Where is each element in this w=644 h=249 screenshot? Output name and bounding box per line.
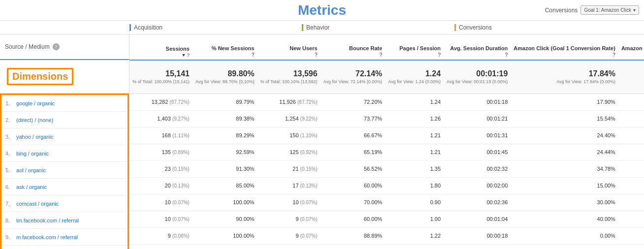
data-cell-3-7: 33 (1.22%) xyxy=(618,144,644,160)
data-cell-1-1: 89.38% xyxy=(193,110,258,127)
col-header-completions[interactable]: Amazon Click (Goal 1 Completions) ? xyxy=(618,34,644,60)
data-cell-9-0: 7 (0.05%) xyxy=(129,244,193,249)
data-cell-0-2: 11,926 (87.72%) xyxy=(258,93,321,110)
data-cell-4-1: 91.30% xyxy=(193,160,258,177)
data-cell-7-1: 90.00% xyxy=(193,211,258,227)
source-link-6[interactable]: ask / organic xyxy=(16,184,47,190)
data-cell-9-7: 0 (0.00%) xyxy=(618,244,644,249)
left-panel: Source / Medium ? Dimensions 1. google /… xyxy=(0,34,129,249)
table-header-row: Sessions ▼ ? % New Sessions ? New Users xyxy=(129,34,644,60)
table-row: 7 (0.05%)100.00%7 (0.05%)85.71%1.1400:00… xyxy=(129,244,644,249)
totals-cell-3: 72.14%Avg for View: 72.14% (0.00%) xyxy=(321,60,386,93)
col-header-pct-new[interactable]: % New Sessions ? xyxy=(193,34,258,60)
totals-row: 15,141% of Total: 100.00% (15,141)89.80%… xyxy=(129,60,644,93)
data-cell-0-4: 1.24 xyxy=(385,93,444,110)
data-cell-7-3: 60.00% xyxy=(321,211,386,227)
source-link-5[interactable]: aol / organic xyxy=(16,167,46,173)
totals-cell-7: 2,701% of Total: 100.00% (2,701) xyxy=(618,60,644,93)
data-cell-3-5: 00:01:45 xyxy=(444,144,511,160)
col-header-bounce[interactable]: Bounce Rate ? xyxy=(321,34,386,60)
data-cell-9-4: 1.14 xyxy=(385,244,444,249)
data-cell-4-0: 23 (0.15%) xyxy=(129,160,193,177)
data-cell-4-6: 34.78% xyxy=(511,160,618,177)
data-cell-6-7: 3 (0.11%) xyxy=(618,194,644,211)
row-num: 2. xyxy=(5,117,16,123)
left-totals-row: Dimensions xyxy=(0,60,129,93)
data-cell-1-5: 00:01:21 xyxy=(444,110,511,127)
pct-new-help-icon: ? xyxy=(252,52,255,58)
left-panel-header: Source / Medium ? xyxy=(0,34,129,60)
source-link-7[interactable]: comcast / organic xyxy=(16,201,59,207)
source-link-4[interactable]: bing / organic xyxy=(16,151,49,156)
data-cell-0-1: 89.79% xyxy=(193,93,258,110)
data-cell-5-6: 15.00% xyxy=(511,177,618,194)
data-cell-1-0: 1,403 (9.27%) xyxy=(129,110,193,127)
data-cell-5-1: 85.00% xyxy=(193,177,258,194)
data-cell-3-3: 65.19% xyxy=(321,144,386,160)
source-link-3[interactable]: yahoo / organic xyxy=(16,134,53,140)
sort-arrow-icon: ▼ ? xyxy=(182,53,190,58)
data-cell-2-5: 00:01:31 xyxy=(444,127,511,144)
left-row-10: 10. facebook.com / referral xyxy=(1,246,128,249)
data-cell-7-4: 1.00 xyxy=(385,211,444,227)
conv-rate-help-icon: ? xyxy=(612,52,615,58)
table-row: 13,282 (87.72%)89.79%11,926 (87.72%)72.2… xyxy=(129,93,644,110)
source-link-9[interactable]: m.facebook.com / referral xyxy=(16,234,78,240)
data-cell-5-3: 60.00% xyxy=(321,177,386,194)
data-cell-2-3: 66.67% xyxy=(321,127,386,144)
section-headers: Acquisition Behavior Conversions xyxy=(0,21,644,34)
data-cell-8-0: 9 (0.06%) xyxy=(129,227,193,244)
data-cell-9-2: 7 (0.05%) xyxy=(258,244,321,249)
data-cell-3-2: 125 (0.92%) xyxy=(258,144,321,160)
source-link-2[interactable]: (direct) / (none) xyxy=(16,117,53,123)
left-row-8: 8. lm.facebook.com / referral xyxy=(1,212,128,229)
table-row: 10 (0.07%)90.00%9 (0.07%)60.00%1.0000:01… xyxy=(129,211,644,227)
col-header-pages[interactable]: Pages / Session ? xyxy=(385,34,444,60)
goal-dropdown[interactable]: Goal 1: Amazon Click ▾ xyxy=(580,5,639,15)
table-body: 15,141% of Total: 100.00% (15,141)89.80%… xyxy=(129,60,644,249)
data-cell-9-6: 0.00% xyxy=(511,244,618,249)
data-cell-2-1: 89.29% xyxy=(193,127,258,144)
row-num: 7. xyxy=(5,201,16,207)
row-num: 8. xyxy=(5,218,16,223)
data-cell-1-6: 15.54% xyxy=(511,110,618,127)
source-link-1[interactable]: google / organic xyxy=(16,100,55,106)
data-cell-6-5: 00:02:36 xyxy=(444,194,511,211)
data-cell-5-7: 3 (0.11%) xyxy=(618,177,644,194)
totals-cell-5: 00:01:19Avg for View: 00:01:19 (0.00%) xyxy=(444,60,511,93)
data-cell-5-2: 17 (0.13%) xyxy=(258,177,321,194)
row-num: 4. xyxy=(5,151,16,156)
acquisition-section-header: Acquisition xyxy=(129,24,302,31)
data-cell-2-6: 24.40% xyxy=(511,127,618,144)
pages-help-icon: ? xyxy=(438,52,441,58)
conversions-label: Conversions xyxy=(545,7,578,14)
data-cell-0-0: 13,282 (87.72%) xyxy=(129,93,193,110)
totals-cell-2: 13,596% of Total: 100.10% (13,582) xyxy=(258,60,321,93)
row-num: 9. xyxy=(5,234,16,240)
data-cell-7-5: 00:01:04 xyxy=(444,211,511,227)
source-medium-help-icon[interactable]: ? xyxy=(53,43,60,50)
col-header-conv-rate[interactable]: Amazon Click (Goal 1 Conversion Rate) ? xyxy=(511,34,618,60)
data-cell-6-0: 10 (0.07%) xyxy=(129,194,193,211)
col-header-sessions[interactable]: Sessions ▼ ? xyxy=(129,34,193,60)
data-cell-2-0: 168 (1.11%) xyxy=(129,127,193,144)
data-cell-7-7: 4 (0.15%) xyxy=(618,211,644,227)
chevron-down-icon: ▾ xyxy=(633,7,636,13)
data-cell-5-4: 1.80 xyxy=(385,177,444,194)
behavior-section-header: Behavior xyxy=(302,24,454,31)
totals-cell-4: 1.24Avg for View: 1.24 (0.00%) xyxy=(385,60,444,93)
data-cell-1-3: 73.77% xyxy=(321,110,386,127)
left-row-3: 3. yahoo / organic xyxy=(1,128,128,145)
col-header-new-users[interactable]: New Users ? xyxy=(258,34,321,60)
top-bar-right: Conversions Goal 1: Amazon Click ▾ xyxy=(428,5,639,15)
new-users-help-icon: ? xyxy=(315,52,318,58)
col-header-avg-session[interactable]: Avg. Session Duration ? xyxy=(444,34,511,60)
row-num: 5. xyxy=(5,167,16,173)
right-panel: Sessions ▼ ? % New Sessions ? New Users xyxy=(129,34,644,249)
data-cell-2-2: 150 (1.10%) xyxy=(258,127,321,144)
data-cell-0-7: 2,378 (88.04%) xyxy=(618,93,644,110)
source-link-8[interactable]: lm.facebook.com / referral xyxy=(16,218,79,223)
data-cell-3-6: 24.44% xyxy=(511,144,618,160)
data-cell-2-7: 41 (1.52%) xyxy=(618,127,644,144)
data-cell-2-4: 1.21 xyxy=(385,127,444,144)
